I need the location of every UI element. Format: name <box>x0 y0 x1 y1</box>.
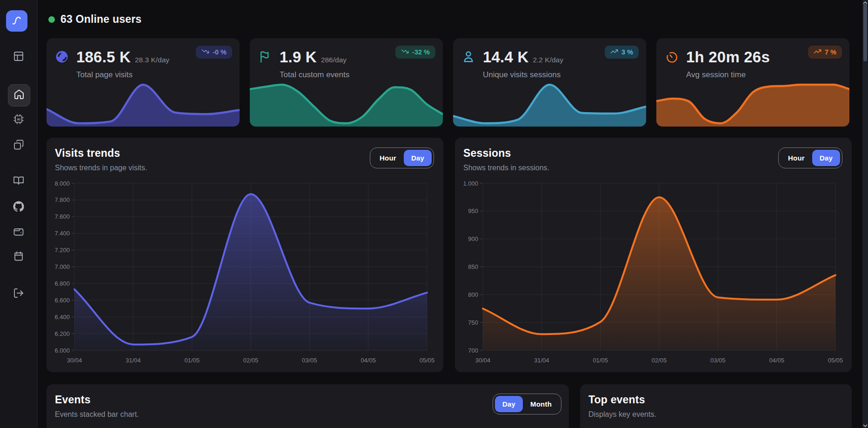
stat-label: Total custom events <box>280 70 349 80</box>
interval-toggle: Hour Day <box>778 147 842 168</box>
sidebar-item-home[interactable] <box>8 84 30 107</box>
toggle-day-button[interactable]: Day <box>404 150 432 166</box>
sidebar-item-billing[interactable] <box>13 227 24 238</box>
svg-text:900: 900 <box>468 235 478 242</box>
trending-down-icon <box>401 47 409 57</box>
events-panel: Events Events stacked bar chart. Day Mon… <box>47 384 569 428</box>
svg-text:750: 750 <box>468 319 478 326</box>
svg-text:950: 950 <box>468 207 478 214</box>
stat-value: 1.9 K <box>280 48 317 66</box>
calendar-icon <box>13 251 24 264</box>
toggle-month-button[interactable]: Month <box>523 396 559 412</box>
svg-text:7.000: 7.000 <box>54 263 70 270</box>
ai-chip-icon: AI <box>13 114 24 127</box>
visits-trends-chart: 8.0007.8007.6007.4007.2007.0006.8006.600… <box>52 180 438 367</box>
svg-text:04/05: 04/05 <box>769 357 784 364</box>
sidebar-item-pages[interactable] <box>13 140 24 151</box>
svg-text:01/05: 01/05 <box>593 357 608 364</box>
svg-text:7.600: 7.600 <box>54 213 70 220</box>
analytics-dashboard: AI <box>0 0 868 428</box>
svg-text:7.200: 7.200 <box>54 247 70 254</box>
online-status-dot <box>48 16 55 23</box>
svg-text:30/04: 30/04 <box>67 357 82 364</box>
trend-badge: -32 % <box>395 46 435 59</box>
sidebar-item-dashboard[interactable] <box>13 52 24 63</box>
svg-text:03/05: 03/05 <box>302 357 317 364</box>
flag-icon <box>258 50 272 64</box>
trend-badge: -0 % <box>196 46 232 59</box>
online-users-header: 63 Online users <box>48 13 141 26</box>
panel-subtitle: Displays key events. <box>588 410 842 419</box>
toggle-hour-button[interactable]: Hour <box>372 150 404 166</box>
svg-text:6.600: 6.600 <box>54 297 70 304</box>
user-icon <box>461 50 475 64</box>
stat-label: Avg session time <box>686 70 774 80</box>
visits-trends-panel: Visits trends Shows trends in page visit… <box>47 138 443 372</box>
sidebar-item-logout[interactable] <box>13 288 24 300</box>
svg-text:30/04: 30/04 <box>475 357 491 364</box>
sidebar-item-docs[interactable] <box>13 176 24 187</box>
stat-rate: 2.2 K/day <box>533 56 563 64</box>
toggle-day-button[interactable]: Day <box>495 396 523 412</box>
book-open-icon <box>13 175 24 188</box>
svg-text:850: 850 <box>468 263 478 270</box>
stat-rate: 28.3 K/day <box>135 56 169 64</box>
svg-text:05/05: 05/05 <box>828 357 843 364</box>
svg-text:05/05: 05/05 <box>420 357 435 364</box>
panel-title: Top events <box>588 394 842 406</box>
svg-text:02/05: 02/05 <box>652 357 667 364</box>
badge-value: -0 % <box>213 48 227 56</box>
scrollbar-thumb[interactable] <box>863 4 867 61</box>
sidebar-item-ai[interactable]: AI <box>13 114 24 126</box>
copy-icon <box>13 139 24 152</box>
page-visits-sparkline <box>47 80 240 127</box>
svg-text:1.000: 1.000 <box>463 180 478 187</box>
interval-toggle: Hour Day <box>370 147 434 168</box>
trend-badge: 3 % <box>605 46 639 59</box>
badge-value: 7 % <box>825 48 836 56</box>
avg-session-sparkline <box>656 80 849 127</box>
sidebar-item-calendar[interactable] <box>13 252 24 263</box>
logo-curve-icon <box>10 13 24 29</box>
vertical-scrollbar[interactable] <box>862 0 868 428</box>
logout-icon <box>13 288 24 301</box>
svg-text:6.000: 6.000 <box>54 347 70 354</box>
stat-card-avg-session-time: 1h 20m 26s Avg session time 7 % <box>656 38 849 127</box>
dashboard-icon <box>13 51 24 64</box>
svg-text:04/05: 04/05 <box>361 357 376 364</box>
stat-label: Total page visits <box>76 70 169 80</box>
stat-rate: 286/day <box>321 56 347 64</box>
sessions-chart: 1.00095090085080075070030/0431/0401/0502… <box>461 180 846 367</box>
svg-text:6.200: 6.200 <box>54 330 70 337</box>
stat-value: 1h 20m 26s <box>686 48 770 66</box>
stat-value: 14.4 K <box>483 48 528 66</box>
sidebar: AI <box>0 0 38 428</box>
github-icon <box>13 201 24 214</box>
svg-text:03/05: 03/05 <box>710 357 726 364</box>
online-users-label: 63 Online users <box>60 13 141 26</box>
globe-icon <box>55 50 69 64</box>
custom-events-sparkline <box>250 80 443 127</box>
svg-text:31/04: 31/04 <box>534 357 549 364</box>
svg-text:AI: AI <box>17 117 20 121</box>
svg-text:6.800: 6.800 <box>54 280 70 287</box>
toggle-day-button[interactable]: Day <box>812 150 840 166</box>
stat-label: Unique visits sessions <box>483 70 563 80</box>
svg-text:800: 800 <box>468 291 478 298</box>
svg-text:6.400: 6.400 <box>54 314 70 321</box>
sidebar-item-github[interactable] <box>13 202 24 213</box>
trending-up-icon <box>610 47 618 57</box>
badge-value: -32 % <box>412 48 430 56</box>
wallet-icon <box>13 226 24 239</box>
sessions-panel: Sessions Shows trends in sessions. Hour … <box>455 138 852 372</box>
app-logo[interactable] <box>6 10 27 32</box>
svg-text:700: 700 <box>468 347 478 354</box>
toggle-hour-button[interactable]: Hour <box>781 150 812 166</box>
stat-value: 186.5 K <box>76 48 131 66</box>
stat-card-custom-events: 1.9 K 286/day Total custom events -32 % <box>250 38 443 127</box>
svg-text:7.800: 7.800 <box>54 196 70 203</box>
timer-icon <box>665 50 679 64</box>
scroll-down-icon[interactable] <box>862 423 868 428</box>
stat-card-page-visits: 186.5 K 28.3 K/day Total page visits -0 … <box>47 38 240 127</box>
svg-text:7.400: 7.400 <box>54 230 70 237</box>
